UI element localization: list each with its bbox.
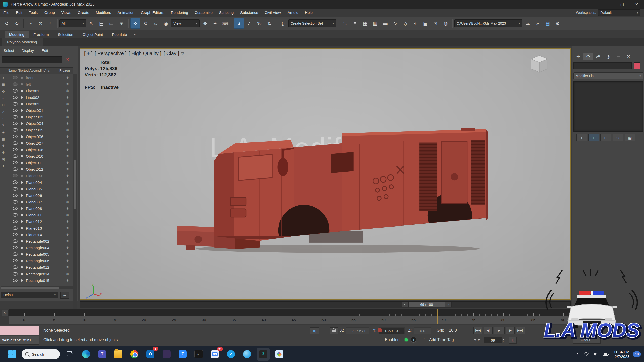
photos-icon[interactable] — [273, 348, 286, 361]
add-time-tag[interactable]: Add Time Tag — [429, 338, 454, 342]
frozen-toggle-icon[interactable]: ❄ — [66, 96, 69, 99]
scene-row[interactable]: Line001❄ — [7, 87, 73, 94]
frozen-toggle-icon[interactable]: ❄ — [66, 233, 69, 237]
frozen-toggle-icon[interactable]: ❄ — [66, 128, 69, 132]
frozen-toggle-icon[interactable]: ❄ — [66, 213, 69, 217]
bind-to-space-warp-icon[interactable]: ≈ — [46, 18, 55, 28]
visibility-eye-icon[interactable] — [13, 259, 18, 262]
scene-row[interactable]: Object012❄ — [7, 166, 73, 172]
menu-substance[interactable]: Substance — [237, 9, 261, 17]
task-view-icon[interactable] — [63, 348, 76, 361]
explorer-tool-icon[interactable]: ❄ — [0, 142, 7, 149]
frozen-toggle-icon[interactable]: ❄ — [66, 154, 69, 158]
scene-row[interactable]: Object005❄ — [7, 127, 73, 133]
macro-recorder-field[interactable] — [0, 326, 39, 335]
polygon-modeling-tab[interactable]: Polygon Modeling — [2, 38, 43, 46]
configure-modifier-sets-icon[interactable]: ▦ — [625, 134, 635, 141]
rollout-splitter[interactable] — [600, 145, 617, 147]
frozen-toggle-icon[interactable]: ❄ — [66, 194, 69, 197]
name-column-header[interactable]: Name (Sorted Ascending) ▲ — [8, 69, 50, 72]
visibility-eye-icon[interactable] — [13, 174, 18, 177]
make-unique-icon[interactable]: ⊟ — [600, 134, 611, 141]
visibility-eye-icon[interactable] — [13, 187, 18, 191]
maximize-button[interactable]: ▢ — [615, 0, 629, 9]
explorer-tool-icon[interactable]: △ — [0, 108, 7, 115]
menu-customize[interactable]: Customize — [191, 9, 216, 17]
visibility-eye-icon[interactable] — [13, 246, 18, 249]
frozen-toggle-icon[interactable]: ❄ — [66, 246, 69, 250]
explorer-search-input[interactable] — [2, 56, 62, 63]
modify-tab[interactable]: ◠ — [583, 53, 593, 60]
scene-row[interactable]: Rectangle004❄ — [7, 244, 73, 251]
scene-row[interactable]: Object001❄ — [7, 107, 73, 114]
spinner-snap-icon[interactable]: ⇅ — [265, 18, 274, 28]
frozen-toggle-icon[interactable]: ❄ — [66, 259, 69, 263]
motion-tab[interactable]: ◎ — [603, 53, 613, 60]
viewport-layout-icon[interactable]: ▦ — [543, 18, 552, 28]
hierarchy-tab[interactable]: ☍ — [593, 53, 603, 60]
time-slider-track[interactable]: < 69 / 100 > — [80, 301, 571, 308]
frozen-toggle-icon[interactable]: ❄ — [66, 82, 69, 86]
viewport-style-menu[interactable]: [ Clay ] — [164, 51, 179, 56]
ribbon-tab-modeling[interactable]: Modeling — [5, 31, 29, 38]
frozen-column-header[interactable]: Frozen — [59, 69, 70, 72]
select-and-rotate-icon[interactable]: ↻ — [141, 18, 150, 28]
frozen-toggle-icon[interactable]: ❄ — [66, 187, 69, 191]
frame-spin-left-icon[interactable]: ◀ — [474, 338, 476, 341]
select-and-move-icon[interactable]: ✛ — [130, 18, 140, 29]
scene-row[interactable]: Plane013❄ — [7, 225, 73, 231]
current-frame-marker[interactable] — [437, 309, 438, 324]
visibility-eye-icon[interactable] — [13, 167, 18, 171]
menu-tools[interactable]: Tools — [26, 9, 41, 17]
minimize-button[interactable]: – — [600, 0, 615, 9]
scene-row[interactable]: Object010❄ — [7, 153, 73, 159]
outlook-icon[interactable]: O1 — [144, 348, 157, 361]
scene-row[interactable]: Plane008❄ — [7, 205, 73, 212]
explorer-tool-icon[interactable]: ◈ — [0, 129, 7, 135]
perspective-viewport[interactable]: L.A. Modifications — [80, 48, 571, 300]
explorer-tool-icon[interactable]: ○ — [0, 115, 7, 122]
visibility-eye-icon[interactable] — [13, 141, 18, 145]
toggle-ribbon-icon[interactable]: ▬ — [380, 18, 390, 28]
visibility-eye-icon[interactable] — [13, 102, 18, 106]
frozen-toggle-icon[interactable]: ❄ — [66, 226, 69, 230]
frame-spin-right-icon[interactable]: ▶ — [478, 338, 480, 341]
frozen-toggle-icon[interactable]: ❄ — [66, 76, 69, 80]
frozen-toggle-icon[interactable]: ❄ — [66, 141, 69, 145]
scene-row[interactable]: Plane007❄ — [7, 199, 73, 205]
select-and-manipulate-icon[interactable]: ✦ — [210, 18, 220, 28]
select-and-scale-icon[interactable]: ▱ — [151, 18, 160, 28]
visibility-eye-icon[interactable] — [13, 265, 18, 269]
frame-spinner-arrows[interactable]: ▴▾ — [503, 337, 504, 343]
explorer-menu-edit[interactable]: Edit — [42, 48, 48, 53]
scrollbar-thumb[interactable] — [1, 287, 59, 289]
file-explorer-icon[interactable] — [112, 348, 125, 361]
visibility-eye-icon[interactable] — [13, 109, 18, 112]
scrollbar-thumb[interactable] — [74, 160, 76, 209]
frozen-toggle-icon[interactable]: ❄ — [66, 161, 69, 165]
ribbon-tab-freeform[interactable]: Freeform — [29, 31, 53, 38]
select-object-icon[interactable]: ↖ — [87, 18, 96, 28]
visibility-eye-icon[interactable] — [13, 213, 18, 217]
schematic-view-icon[interactable]: ◇ — [400, 18, 410, 28]
volume-icon[interactable] — [593, 352, 598, 356]
toggle-layer-explorer-icon[interactable]: ▩ — [370, 18, 380, 28]
notification-count-badge[interactable]: 13 — [633, 351, 641, 357]
frozen-toggle-icon[interactable]: ❄ — [66, 279, 69, 282]
render-setup-icon[interactable]: ▣ — [421, 18, 430, 28]
menu-edit[interactable]: Edit — [13, 9, 26, 17]
frozen-toggle-icon[interactable]: ❄ — [66, 180, 69, 184]
wifi-icon[interactable] — [583, 352, 589, 356]
zoom-icon[interactable]: Z — [176, 348, 189, 361]
mirror-icon[interactable]: ⇋ — [340, 18, 350, 28]
redo-icon[interactable]: ↻ — [12, 18, 22, 28]
named-selection-set-dropdown[interactable]: Create Selection Set▾ — [288, 19, 336, 27]
scene-row[interactable]: Plane014❄ — [7, 231, 73, 238]
ribbon-config-dropdown-icon[interactable]: ▾ — [131, 31, 138, 38]
terminal-icon[interactable] — [192, 348, 205, 361]
per-view-filter-icon[interactable]: ▽ — [181, 51, 184, 56]
scene-row[interactable]: front❄ — [7, 74, 73, 81]
gear-icon[interactable]: ⚙ — [553, 18, 562, 28]
scene-row[interactable]: Plane005❄ — [7, 186, 73, 192]
visibility-eye-icon[interactable] — [13, 233, 18, 236]
